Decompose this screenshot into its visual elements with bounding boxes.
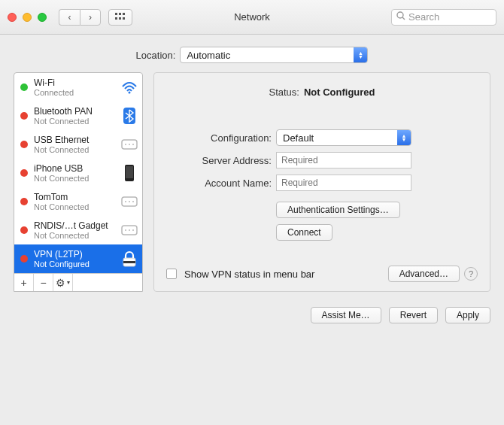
- chevron-updown-icon: ▲▼: [354, 47, 367, 62]
- svg-line-7: [402, 17, 405, 20]
- location-value: Automatic: [187, 50, 230, 61]
- connection-text: USB EthernetNot Connected: [34, 135, 115, 154]
- connection-status-text: Connected: [34, 88, 115, 97]
- advanced-button[interactable]: Advanced…: [388, 266, 460, 282]
- show-vpn-status-label: Show VPN status in menu bar: [184, 269, 314, 280]
- connection-status-text: Not Configured: [34, 260, 115, 269]
- connect-button[interactable]: Connect: [276, 224, 332, 241]
- svg-rect-15: [126, 166, 133, 178]
- revert-button[interactable]: Revert: [389, 307, 438, 323]
- window-controls: [8, 13, 47, 22]
- connection-name: Bluetooth PAN: [34, 106, 115, 117]
- status-dot: [20, 169, 28, 177]
- minimize-window[interactable]: [23, 13, 32, 22]
- server-address-input[interactable]: [276, 152, 411, 168]
- status-value: Not Configured: [304, 87, 375, 98]
- svg-point-12: [129, 144, 130, 145]
- connection-text: iPhone USBNot Connected: [34, 163, 115, 183]
- svg-rect-5: [123, 17, 125, 20]
- chevron-updown-icon: ▲▼: [397, 130, 411, 145]
- close-window[interactable]: [8, 13, 17, 22]
- sidebar-item-bluetooth-pan[interactable]: Bluetooth PANNot Connected: [14, 102, 142, 130]
- svg-point-22: [129, 229, 130, 231]
- connection-status-text: Not Connected: [34, 202, 115, 211]
- sidebar-item-wi-fi[interactable]: Wi-FiConnected: [14, 73, 142, 102]
- connection-text: TomTomNot Connected: [34, 192, 115, 211]
- authentication-settings-button[interactable]: Authentication Settings…: [276, 202, 400, 218]
- detail-panel: Status: Not Configured Configuration: De…: [153, 72, 490, 292]
- connection-status-text: Not Connected: [34, 117, 115, 126]
- remove-connection-button[interactable]: −: [34, 274, 53, 291]
- apply-button[interactable]: Apply: [445, 307, 490, 323]
- footer: Assist Me… Revert Apply: [0, 299, 504, 334]
- svg-point-17: [125, 201, 126, 202]
- search-icon: [396, 11, 408, 23]
- svg-point-6: [397, 12, 403, 18]
- svg-rect-3: [115, 17, 117, 20]
- configuration-value: Default: [283, 132, 314, 144]
- status-dot: [20, 255, 28, 263]
- location-label: Location:: [136, 50, 176, 61]
- svg-rect-4: [119, 17, 121, 20]
- help-button[interactable]: ?: [464, 267, 478, 281]
- ethernet-icon: [121, 136, 138, 153]
- connection-status-text: Not Connected: [34, 174, 115, 183]
- status-dot: [20, 141, 28, 148]
- connection-text: Wi-FiConnected: [34, 77, 115, 97]
- svg-point-18: [129, 201, 130, 202]
- svg-point-21: [125, 229, 126, 231]
- svg-rect-1: [119, 13, 121, 15]
- connection-sidebar: Wi-FiConnectedBluetooth PANNot Connected…: [14, 72, 143, 292]
- sidebar-item-vpn-l2tp-[interactable]: VPN (L2TP)Not Configured: [14, 244, 142, 273]
- search-placeholder: Search: [408, 11, 439, 23]
- connection-status-text: Not Connected: [34, 231, 115, 240]
- ethernet-icon: [121, 193, 138, 210]
- action-menu-button[interactable]: ⚙︎▾: [53, 274, 73, 291]
- ethernet-icon: [121, 222, 138, 238]
- title-bar: ‹ › Network Search: [0, 0, 504, 35]
- configuration-popup[interactable]: Default ▲▼: [276, 129, 411, 146]
- nav-buttons: ‹ ›: [59, 9, 101, 26]
- status-dot: [20, 198, 28, 205]
- back-button[interactable]: ‹: [59, 9, 80, 26]
- svg-rect-2: [123, 13, 125, 15]
- svg-point-13: [132, 144, 134, 145]
- location-row: Location: Automatic ▲▼: [0, 35, 504, 72]
- forward-button[interactable]: ›: [80, 9, 101, 26]
- sidebar-item-iphone-usb[interactable]: iPhone USBNot Connected: [14, 159, 142, 187]
- search-input[interactable]: Search: [391, 9, 496, 26]
- sidebar-item-usb-ethernet[interactable]: USB EthernetNot Connected: [14, 130, 142, 159]
- svg-point-23: [132, 229, 134, 231]
- gear-icon: ⚙︎: [56, 277, 65, 289]
- connection-name: TomTom: [34, 192, 115, 202]
- sidebar-item-rndis-t-gadget[interactable]: RNDIS/…t GadgetNot Connected: [14, 216, 142, 244]
- svg-point-11: [125, 144, 126, 145]
- account-name-input[interactable]: [276, 175, 411, 191]
- connection-name: VPN (L2TP): [34, 249, 115, 260]
- wifi-icon: [121, 79, 138, 96]
- svg-rect-25: [123, 261, 135, 263]
- svg-point-8: [129, 92, 131, 94]
- show-all-button[interactable]: [108, 9, 132, 26]
- phone-icon: [121, 165, 138, 181]
- connection-name: Wi-Fi: [34, 77, 115, 88]
- show-vpn-status-checkbox[interactable]: [166, 269, 177, 279]
- connection-text: Bluetooth PANNot Connected: [34, 106, 115, 126]
- bluetooth-icon: [121, 108, 138, 124]
- add-connection-button[interactable]: +: [14, 274, 34, 291]
- assist-me-button[interactable]: Assist Me…: [311, 307, 381, 323]
- configuration-label: Configuration:: [174, 132, 272, 144]
- zoom-window[interactable]: [38, 13, 47, 22]
- connection-name: RNDIS/…t Gadget: [34, 220, 115, 231]
- connection-text: VPN (L2TP)Not Configured: [34, 249, 115, 269]
- sidebar-toolbar: + − ⚙︎▾: [14, 273, 142, 291]
- location-popup[interactable]: Automatic ▲▼: [180, 47, 368, 63]
- server-address-label: Server Address:: [174, 155, 272, 166]
- connection-name: iPhone USB: [34, 163, 115, 174]
- status-dot: [20, 112, 28, 120]
- status-label: Status:: [269, 87, 299, 98]
- sidebar-item-tomtom[interactable]: TomTomNot Connected: [14, 187, 142, 216]
- account-name-label: Account Name:: [174, 178, 272, 189]
- chevron-down-icon: ▾: [67, 279, 70, 286]
- vpn-icon: [121, 250, 138, 267]
